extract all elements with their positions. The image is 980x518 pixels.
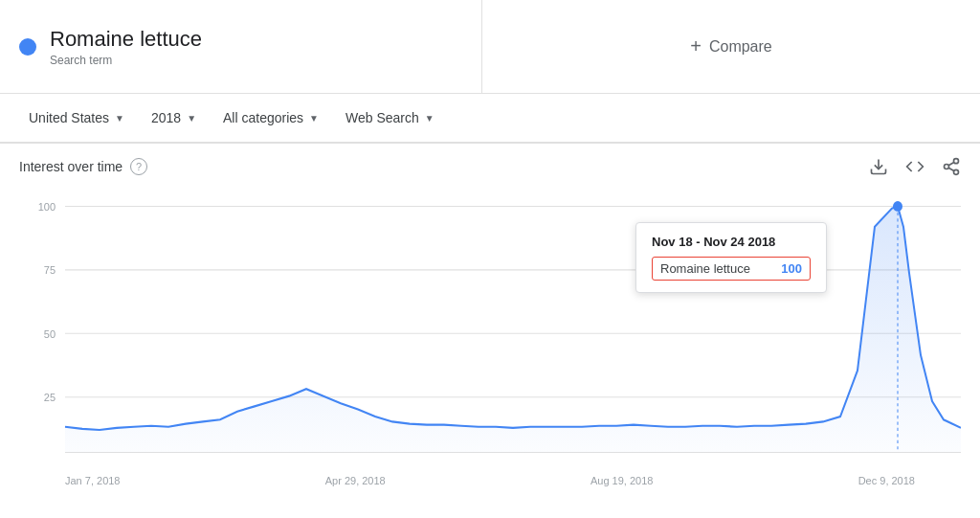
- search-term-section: Romaine lettuce Search term: [0, 0, 482, 93]
- chart-area: 100 75 50 25: [19, 186, 961, 473]
- search-text-block: Romaine lettuce Search term: [50, 27, 202, 67]
- help-icon[interactable]: ?: [130, 158, 147, 175]
- share-button[interactable]: [942, 157, 961, 176]
- year-label: 2018: [151, 110, 181, 125]
- compare-button[interactable]: + Compare: [690, 35, 772, 57]
- x-label-aug: Aug 19, 2018: [590, 475, 653, 486]
- chart-title-row: Interest over time ?: [19, 158, 147, 175]
- svg-text:100: 100: [38, 200, 56, 212]
- header: Romaine lettuce Search term + Compare: [0, 0, 980, 94]
- compare-plus-icon: +: [690, 35, 702, 57]
- category-label: All categories: [223, 110, 303, 125]
- search-type-label: Web Search: [345, 110, 419, 125]
- embed-button[interactable]: [905, 157, 924, 176]
- compare-section: + Compare: [482, 0, 980, 93]
- search-type-dropdown[interactable]: Web Search ▼: [336, 104, 444, 131]
- svg-text:75: 75: [44, 264, 56, 276]
- search-type-chevron-icon: ▼: [425, 113, 434, 124]
- svg-text:25: 25: [44, 392, 56, 403]
- svg-point-3: [954, 169, 959, 174]
- svg-point-2: [945, 165, 949, 169]
- chart-tooltip: Nov 18 - Nov 24 2018 Romaine lettuce 100: [635, 222, 827, 293]
- x-label-apr: Apr 29, 2018: [325, 475, 386, 486]
- chart-section: Interest over time ?: [0, 144, 980, 518]
- year-chevron-icon: ▼: [187, 113, 196, 124]
- category-chevron-icon: ▼: [309, 113, 319, 124]
- region-label: United States: [29, 110, 109, 125]
- svg-line-4: [948, 168, 954, 170]
- tooltip-value: 100: [781, 261, 802, 276]
- chart-actions: [869, 157, 961, 176]
- search-term-title: Romaine lettuce: [50, 27, 202, 52]
- svg-line-5: [948, 162, 954, 165]
- region-dropdown[interactable]: United States ▼: [19, 104, 134, 131]
- chart-header: Interest over time ?: [19, 144, 961, 182]
- tooltip-row: Romaine lettuce 100: [652, 257, 811, 281]
- filters-bar: United States ▼ 2018 ▼ All categories ▼ …: [0, 94, 980, 144]
- year-dropdown[interactable]: 2018 ▼: [142, 104, 206, 131]
- x-label-dec: Dec 9, 2018: [858, 475, 915, 486]
- category-dropdown[interactable]: All categories ▼: [213, 104, 328, 131]
- x-label-jan: Jan 7, 2018: [65, 475, 121, 486]
- download-button[interactable]: [869, 157, 888, 176]
- svg-text:50: 50: [44, 327, 56, 339]
- region-chevron-icon: ▼: [115, 113, 124, 124]
- x-axis-labels: Jan 7, 2018 Apr 29, 2018 Aug 19, 2018 De…: [19, 475, 961, 486]
- chart-title: Interest over time: [19, 159, 122, 174]
- search-term-subtitle: Search term: [50, 54, 202, 67]
- search-dot-indicator: [19, 38, 36, 56]
- tooltip-date: Nov 18 - Nov 24 2018: [652, 235, 811, 249]
- compare-label: Compare: [709, 38, 772, 56]
- tooltip-label: Romaine lettuce: [660, 261, 750, 276]
- svg-point-1: [954, 159, 959, 164]
